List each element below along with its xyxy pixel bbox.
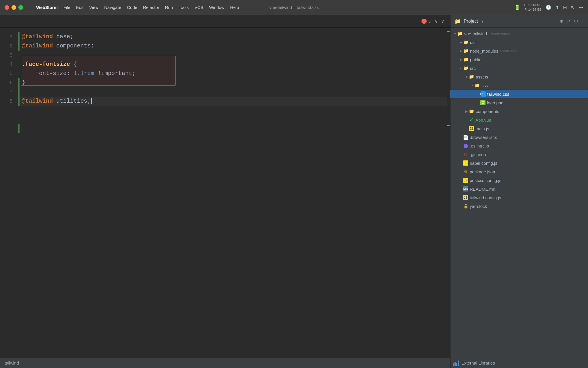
external-link-icon[interactable]: ⊕	[560, 18, 563, 24]
tree-item-css-folder[interactable]: ▾ 📁 css	[450, 81, 588, 90]
tree-item-browserslistrc[interactable]: ▶ 📄 .browserslistrc	[450, 133, 588, 141]
tree-item-components[interactable]: ▶ 📁 components	[450, 107, 588, 116]
next-error-button[interactable]: ∨	[440, 18, 446, 24]
yarn-lock-name: yarn.lock	[470, 204, 487, 209]
tree-item-main-js[interactable]: ▶ JS main.js	[450, 124, 588, 133]
menu-bar: WebStorm File Edit View Navigate Code Re…	[33, 4, 242, 11]
project-header: 📁 Project ▾ ⊕ ⇌ ⚙ −	[450, 15, 588, 28]
maximize-button[interactable]	[18, 5, 23, 10]
keyword-at-3: @tailwind	[22, 97, 53, 106]
sys-info-used: U: 17.46 GB	[524, 3, 542, 7]
tree-item-postcss-config[interactable]: ▶ JS postcss.config.js	[450, 176, 588, 185]
js-file-icon-babel: JS	[463, 160, 468, 166]
js-file-icon-postcss: JS	[463, 178, 468, 183]
package-file-icon: ⚙	[463, 169, 468, 174]
line-num-8: 8	[0, 97, 13, 106]
menu-code[interactable]: Code	[124, 4, 140, 11]
menu-window[interactable]: Window	[206, 4, 227, 11]
close-button[interactable]	[5, 5, 9, 10]
assets-name: assets	[476, 74, 488, 79]
tree-item-app-vue[interactable]: ▶ ✓ App.vue	[450, 116, 588, 124]
bar-1	[453, 363, 454, 366]
tree-item-assets[interactable]: ▾ 📁 assets	[450, 72, 588, 81]
md-file-icon: MD	[463, 186, 468, 191]
components-name: components	[476, 109, 499, 114]
prev-error-button[interactable]: ∧	[433, 18, 439, 24]
code-line-1: @tailwind base;	[20, 32, 447, 41]
babel-config-name: babel.config.js	[470, 161, 497, 166]
minimize-button[interactable]	[11, 5, 16, 10]
window-title: vue-tailwind – tailwind.css	[269, 5, 319, 10]
tree-item-babel-config[interactable]: ▶ JS babel.config.js	[450, 159, 588, 167]
settings-icon[interactable]: ⇌	[567, 18, 570, 24]
public-folder-icon: 📁	[463, 57, 469, 62]
root-name: vue-tailwind	[464, 31, 487, 36]
eslint-file-icon: ⬤	[463, 143, 468, 148]
code-line-6: }	[20, 78, 447, 87]
cursor-icon[interactable]: ↖	[571, 5, 575, 10]
external-libraries-item[interactable]: External Libraries	[450, 358, 588, 368]
tree-item-package-json[interactable]: ▶ ⚙ package.json	[450, 167, 588, 176]
titlebar-right: 🔋 U: 17.46 GB F: 14.54 GB 🕐 ⬆ ⊞ ↖ •••	[514, 3, 583, 12]
menu-help[interactable]: Help	[227, 4, 242, 11]
text-cursor	[91, 98, 92, 104]
public-chevron: ▶	[459, 58, 463, 62]
main-js-name: main.js	[475, 126, 489, 131]
assets-folder-icon: 📁	[469, 74, 474, 79]
gear-icon[interactable]: ⚙	[574, 18, 578, 24]
menu-file[interactable]: File	[61, 4, 73, 11]
nav-arrows: ∧ ∨	[433, 18, 446, 24]
scroll-marker-1	[447, 31, 450, 32]
editor-pane: ! 3 ∧ ∨ 1 2 3 4 5 6 7 8	[0, 15, 450, 368]
error-badge: ! 3	[421, 19, 431, 24]
tree-item-tailwind-css[interactable]: ▶ CSS tailwind.css	[450, 90, 588, 98]
menu-run[interactable]: Run	[162, 4, 176, 11]
traffic-lights	[5, 5, 23, 10]
tree-item-gitignore[interactable]: ▶ ⬡ .gitignore	[450, 150, 588, 159]
code-content[interactable]: @tailwind base; @tailwind components; .f…	[20, 28, 447, 358]
src-name: src	[470, 66, 476, 71]
tree-item-public[interactable]: ▶ 📁 public	[450, 55, 588, 64]
tree-item-readme[interactable]: ▶ MD README.md	[450, 185, 588, 193]
titlebar: WebStorm File Edit View Navigate Code Re…	[0, 0, 588, 15]
line-num-3: 3	[0, 51, 13, 60]
menu-view[interactable]: View	[86, 4, 101, 11]
tailwind-css-name: tailwind.css	[487, 92, 509, 97]
selector: .face-fontsize	[22, 60, 70, 69]
more-icon[interactable]: •••	[579, 5, 583, 10]
code-area[interactable]: 1 2 3 4 5 6 7 8	[0, 28, 450, 358]
file-tree[interactable]: ▾ 📁 vue-tailwind ~/code/vue/v ▶ 📁 dist ▶…	[450, 28, 588, 358]
tree-item-tailwind-config[interactable]: ▶ JS tailwind.config.js	[450, 193, 588, 202]
tree-item-dist[interactable]: ▶ 📁 dist	[450, 38, 588, 47]
menu-tools[interactable]: Tools	[176, 4, 192, 11]
tree-item-eslintrc[interactable]: ▶ ⬤ .eslintrc.js	[450, 141, 588, 150]
tree-root[interactable]: ▾ 📁 vue-tailwind ~/code/vue/v	[450, 29, 588, 38]
node-modules-name: node_modules	[470, 49, 498, 53]
tree-item-node-modules[interactable]: ▶ 📁 node_modules library roo	[450, 47, 588, 55]
share-icon[interactable]: ⬆	[555, 5, 559, 10]
brace-open: {	[70, 60, 77, 69]
status-bar: tailwind	[0, 358, 450, 368]
value-components: components;	[53, 41, 94, 51]
minus-icon[interactable]: −	[581, 19, 584, 24]
value-base: base;	[53, 32, 74, 41]
right-scrollbar[interactable]	[447, 28, 450, 358]
tree-item-logo-png[interactable]: ▶ 🖼 logo.png	[450, 98, 588, 107]
controlstrip-icon[interactable]: ⊞	[563, 5, 567, 10]
menu-vcs[interactable]: VCS	[192, 4, 206, 11]
css-folder-icon: 📁	[475, 83, 480, 88]
tree-item-yarn-lock[interactable]: ▶ 🔒 yarn.lock	[450, 202, 588, 210]
line-numbers: 1 2 3 4 5 6 7 8	[0, 28, 17, 358]
sys-info-free: F: 14.54 GB	[525, 7, 541, 12]
dropdown-icon[interactable]: ▾	[481, 19, 483, 24]
gutter	[17, 28, 20, 358]
menu-edit[interactable]: Edit	[73, 4, 86, 11]
menu-refactor[interactable]: Refactor	[140, 4, 162, 11]
app-name[interactable]: WebStorm	[33, 4, 61, 11]
root-folder-icon: 📁	[457, 31, 463, 36]
code-line-5: font-size: 1.1rem !important;	[20, 69, 447, 78]
menu-navigate[interactable]: Navigate	[101, 4, 124, 11]
line-num-5: 5	[0, 69, 13, 78]
assets-chevron: ▾	[464, 75, 469, 79]
tree-item-src[interactable]: ▾ 📁 src	[450, 64, 588, 72]
